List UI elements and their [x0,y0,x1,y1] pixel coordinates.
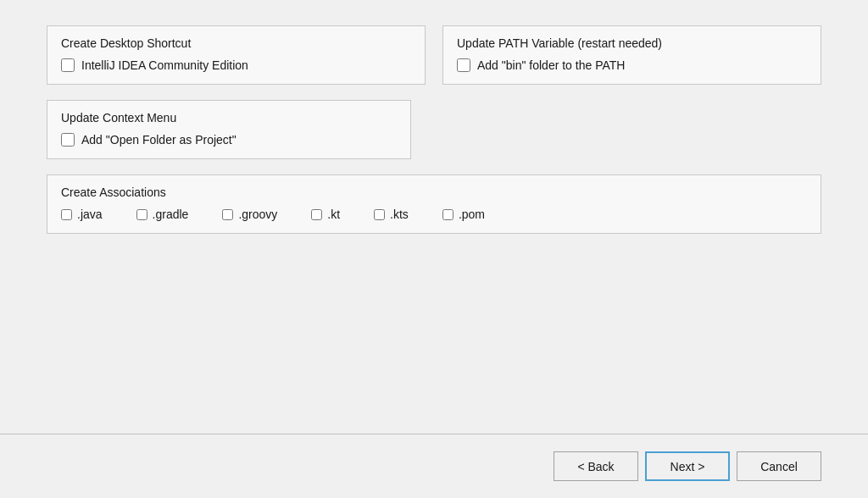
update-path-checkbox[interactable] [457,58,470,72]
assoc-kts: .kts [374,208,409,221]
assoc-gradle-label: .gradle [153,208,189,221]
associations-section: Create Associations .java .gradle .groov… [47,174,821,234]
assoc-kt: .kt [311,208,340,221]
context-menu-checkbox-row: Add "Open Folder as Project" [61,133,397,147]
desktop-shortcut-label: IntelliJ IDEA Community Edition [81,58,248,72]
main-content: Create Desktop Shortcut IntelliJ IDEA Co… [0,0,868,434]
assoc-java-label: .java [77,208,103,221]
cancel-button[interactable]: Cancel [737,451,821,481]
back-button[interactable]: < Back [554,451,638,481]
top-row: Create Desktop Shortcut IntelliJ IDEA Co… [47,25,821,85]
assoc-kt-checkbox[interactable] [311,209,322,220]
context-menu-label: Add "Open Folder as Project" [81,133,236,147]
desktop-shortcut-section: Create Desktop Shortcut IntelliJ IDEA Co… [47,25,426,85]
desktop-shortcut-checkbox[interactable] [61,58,75,72]
update-path-section: Update PATH Variable (restart needed) Ad… [442,25,821,85]
assoc-kt-label: .kt [327,208,340,221]
assoc-groovy-label: .groovy [238,208,277,221]
assoc-groovy: .groovy [222,208,277,221]
assoc-pom-checkbox[interactable] [442,209,453,220]
assoc-pom: .pom [442,208,485,221]
assoc-kts-checkbox[interactable] [374,209,385,220]
footer: < Back Next > Cancel [0,434,868,498]
assoc-kts-label: .kts [390,208,409,221]
assoc-java: .java [61,208,103,221]
update-path-label: Add "bin" folder to the PATH [477,58,625,72]
context-row: Update Context Menu Add "Open Folder as … [47,100,821,159]
assoc-gradle: .gradle [136,208,189,221]
assoc-pom-label: .pom [459,208,485,221]
context-menu-title: Update Context Menu [61,111,397,125]
assoc-gradle-checkbox[interactable] [136,209,147,220]
desktop-shortcut-title: Create Desktop Shortcut [61,36,411,50]
associations-row: .java .gradle .groovy .kt .kts .pom [61,208,807,221]
desktop-shortcut-row: IntelliJ IDEA Community Edition [61,58,411,72]
update-path-row: Add "bin" folder to the PATH [457,58,807,72]
assoc-groovy-checkbox[interactable] [222,209,233,220]
associations-title: Create Associations [61,185,807,199]
next-button[interactable]: Next > [645,451,730,481]
context-menu-checkbox[interactable] [61,133,75,147]
update-path-title: Update PATH Variable (restart needed) [457,36,807,50]
context-menu-section: Update Context Menu Add "Open Folder as … [47,100,411,159]
assoc-java-checkbox[interactable] [61,209,72,220]
